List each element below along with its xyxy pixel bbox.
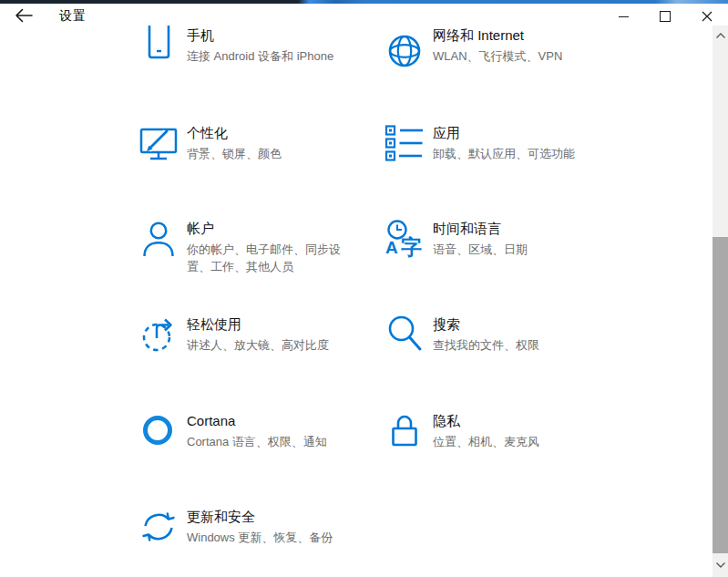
- tile-update-security[interactable]: 更新和安全 Windows 更新、恢复、备份: [137, 507, 378, 577]
- tile-title: Cortana: [187, 413, 235, 428]
- ease-of-access-icon: [138, 314, 179, 355]
- tile-accounts[interactable]: 帐户 你的帐户、电子邮件、同步设置、工作、其他人员: [137, 219, 378, 308]
- tile-personalization[interactable]: 个性化 背景、锁屏、颜色: [137, 123, 378, 212]
- tile-subtitle: Cortana 语言、权限、通知: [187, 433, 353, 450]
- back-button[interactable]: [7, 4, 40, 27]
- tile-apps[interactable]: 应用 卸载、默认应用、可选功能: [383, 123, 624, 212]
- svg-text:字: 字: [401, 235, 422, 259]
- apps-list-icon: [385, 123, 425, 163]
- tile-title: 网络和 Internet: [433, 27, 524, 45]
- tile-time-language[interactable]: A 字 时间和语言 语音、区域、日期: [383, 219, 624, 308]
- tile-subtitle: 查找我的文件、权限: [433, 336, 629, 354]
- accounts-person-icon: [138, 219, 179, 259]
- phone-icon: [138, 26, 179, 66]
- page-title: 设置: [59, 8, 87, 25]
- chevron-down-icon: [715, 562, 726, 569]
- update-security-icon: [138, 507, 179, 547]
- tile-cortana[interactable]: Cortana Cortana 语言、权限、通知: [137, 411, 378, 500]
- tile-phone[interactable]: 手机 连接 Android 设备和 iPhone: [137, 26, 378, 115]
- close-icon: [702, 11, 713, 22]
- tile-privacy[interactable]: 隐私 位置、相机、麦克风: [383, 411, 624, 500]
- tile-subtitle: 位置、相机、麦克风: [433, 433, 629, 450]
- scroll-down-button[interactable]: [713, 557, 728, 572]
- tile-title: 个性化: [187, 125, 228, 142]
- tile-title: 应用: [433, 125, 460, 142]
- tile-title: 搜索: [433, 316, 460, 334]
- time-language-icon: A 字: [385, 219, 425, 259]
- search-icon: [385, 314, 425, 355]
- svg-text:A: A: [385, 238, 398, 257]
- maximize-icon: [660, 11, 671, 22]
- tile-subtitle: 你的帐户、电子邮件、同步设置、工作、其他人员: [187, 241, 353, 275]
- chevron-up-icon: [715, 32, 726, 39]
- tile-subtitle: Windows 更新、恢复、备份: [187, 529, 353, 546]
- back-arrow-icon: [14, 7, 34, 24]
- tile-subtitle: 背景、锁屏、颜色: [187, 145, 353, 162]
- tile-title: 轻松使用: [187, 316, 241, 334]
- tile-search[interactable]: 搜索 查找我的文件、权限: [383, 314, 624, 404]
- tile-subtitle: 卸载、默认应用、可选功能: [433, 145, 629, 162]
- titlebar: 设置: [0, 4, 728, 27]
- tile-subtitle: 讲述人、放大镜、高对比度: [187, 336, 353, 354]
- scroll-up-button[interactable]: [713, 27, 728, 43]
- vertical-scrollbar[interactable]: [713, 26, 728, 577]
- minimize-icon: [619, 16, 629, 17]
- tile-title: 更新和安全: [187, 509, 255, 526]
- personalization-icon: [138, 123, 179, 163]
- scrollbar-thumb[interactable]: [713, 237, 728, 553]
- tile-title: 手机: [187, 27, 214, 45]
- tile-subtitle: WLAN、飞行模式、VPN: [433, 47, 629, 65]
- settings-home-grid: 手机 连接 Android 设备和 iPhone 网络和 Internet WL…: [0, 26, 713, 577]
- tile-subtitle: 连接 Android 设备和 iPhone: [187, 47, 353, 65]
- network-globe-icon: [385, 31, 425, 71]
- cortana-ring-icon: [138, 411, 179, 451]
- tile-network[interactable]: 网络和 Internet WLAN、飞行模式、VPN: [383, 26, 624, 115]
- privacy-lock-icon: [385, 411, 425, 451]
- tile-title: 时间和语言: [433, 221, 501, 238]
- tile-title: 隐私: [433, 413, 460, 430]
- tile-subtitle: 语音、区域、日期: [433, 241, 629, 258]
- tile-ease-of-access[interactable]: 轻松使用 讲述人、放大镜、高对比度: [137, 314, 378, 404]
- tile-title: 帐户: [187, 221, 214, 238]
